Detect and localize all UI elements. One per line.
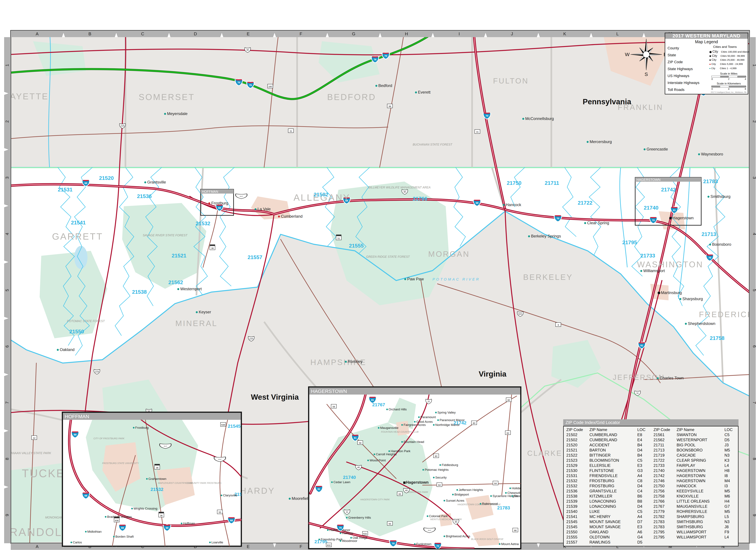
grid-col-top: G <box>352 31 355 36</box>
grid-col-bottom: F <box>300 544 302 549</box>
label: 64 <box>438 484 441 486</box>
zip-table-row: 21733FAIRPLAYL4 <box>653 463 738 468</box>
grid-row-right: 2 <box>752 120 756 123</box>
inset-landmark-label: CITY OF FROSTBURG PARK <box>93 437 124 440</box>
inset-city-dot <box>444 535 445 537</box>
zip-table-row: 21532FROSTBURGC8 <box>566 478 651 483</box>
zip-table-row: 21531FRIENDSVILLEA4 <box>566 473 651 478</box>
city-dot <box>144 181 146 183</box>
city-dot <box>640 270 642 272</box>
city-dot <box>404 278 406 280</box>
legend-city-class: CityCities 100,000 and Above <box>709 50 749 53</box>
rect <box>336 235 341 236</box>
zip-table-row: 21562WESTERNPORTD5 <box>653 437 738 442</box>
scale-km: Scale in Kilometers 048 <box>711 82 746 90</box>
rect <box>353 435 358 436</box>
zip-loc: H8 <box>724 468 736 473</box>
zip-code-label: 21541 <box>71 220 86 226</box>
zip-table-row: 21550OAKLANDA6 <box>566 529 651 534</box>
city-class-label: City <box>712 54 721 58</box>
inset-city-label: Sunset Acres <box>446 499 464 502</box>
inset-city-label: Cedar Lawn <box>333 480 350 484</box>
rect <box>651 217 656 218</box>
city-class-desc: Cities 5,000 - 24,999 <box>720 63 743 65</box>
zip-name: WILLIAMSPORT <box>677 529 724 534</box>
route-shield-65: 65 <box>397 492 402 496</box>
zip-name: FROSTBURG <box>589 483 637 488</box>
rect <box>155 464 160 465</box>
zip-loc: K3 <box>724 458 736 463</box>
label: 220 <box>249 337 253 340</box>
zip-code: 21555 <box>566 534 589 540</box>
zip-code: 21740 <box>653 468 677 473</box>
inset-city-label: Fountain Head <box>404 440 424 444</box>
zip-name: FAIRPLAY <box>677 463 724 468</box>
zip-index-table: ZIP Code Index/Grid Locator ZIP CodeZIP … <box>563 419 739 546</box>
rect <box>370 397 375 398</box>
zip-code-label: 21766 <box>413 196 427 202</box>
zip-name: GRANTSVILLE <box>589 488 637 494</box>
zip-code-label: 21711 <box>545 180 559 186</box>
zip-loc: E4 <box>637 437 649 442</box>
zip-code: 21783 <box>653 519 677 524</box>
river-label: POTOMAC RIVER <box>432 277 480 281</box>
label: 40 <box>455 521 457 523</box>
zip-code: 21719 <box>653 453 677 458</box>
route-shield-66: 66 <box>513 528 518 532</box>
inset-landmark-label: FROSTBURG STATE UNIVERSITY <box>102 462 139 465</box>
zip-code-label: 21713 <box>702 231 716 237</box>
label: 68 <box>74 433 77 436</box>
city-label: Greencastle <box>647 147 668 151</box>
city-label: Clear Spring <box>587 221 609 225</box>
label: 60 <box>435 455 437 457</box>
city-dot <box>57 349 59 351</box>
label: 96 <box>389 105 391 108</box>
label: 40-ALT <box>428 530 431 531</box>
scale-miles-bar <box>711 76 746 78</box>
grid-row-right: 5 <box>752 289 756 291</box>
zip-name: SMITHSBURG <box>677 524 724 529</box>
zip-code: 21795 <box>653 534 677 540</box>
zip-loc: D4 <box>637 448 649 453</box>
city-dot-icon <box>709 51 712 53</box>
label: 30 <box>246 49 249 51</box>
city-dot <box>584 222 586 224</box>
zip-loc: L4 <box>724 463 736 468</box>
city-dot-icon <box>709 68 710 69</box>
county-label: MINERAL <box>175 319 217 328</box>
scale-tick: 4 <box>745 78 746 80</box>
zip-code: 21529 <box>566 463 589 468</box>
zip-code: 21795 <box>653 529 677 534</box>
zip-code-label: 21502 <box>314 192 328 198</box>
zip-code-label: 21531 <box>58 187 72 193</box>
city-class-label: City <box>712 58 720 62</box>
zip-code: 21766 <box>653 499 677 504</box>
route-shield-58: 58 <box>331 404 336 408</box>
rect <box>159 512 164 513</box>
label: 70 <box>486 115 488 117</box>
zip-loc: M5 <box>724 488 736 494</box>
zip-name: OAKLAND <box>589 529 637 534</box>
rect <box>229 517 234 518</box>
grid-col-top: L <box>616 31 619 36</box>
label: 68 <box>218 207 221 209</box>
inset-city-dot <box>499 543 500 545</box>
label: 36 <box>211 247 214 250</box>
city-label: Hagerstown <box>672 216 694 220</box>
inset-city-label: Loarville <box>211 541 223 544</box>
zip-code: 21733 <box>653 463 677 468</box>
inset-hoffman: CITY OF FROSTBURG PARKFROSTBURG STATE UN… <box>62 412 247 546</box>
legend-item-toll: Toll Roads <box>668 88 685 92</box>
county-label: JEFFERSON <box>613 373 665 381</box>
zip-table-row: 21521BARTOND4 <box>566 448 651 453</box>
label: 638 <box>221 424 225 426</box>
city-dot <box>522 118 524 120</box>
inset-city-label: Mount Aetna <box>501 542 519 546</box>
city-dot-icon <box>709 59 711 61</box>
grid-col-top: B <box>88 31 91 36</box>
scale-miles: Scale in Miles 024 <box>711 72 746 80</box>
zip-code-label: 21750 <box>507 180 521 186</box>
inset-zip-label: 21532 <box>151 487 163 492</box>
zip-table-row: 21766LITTLE ORLEANSH4 <box>653 499 738 504</box>
zip-loc: E8 <box>637 432 649 437</box>
